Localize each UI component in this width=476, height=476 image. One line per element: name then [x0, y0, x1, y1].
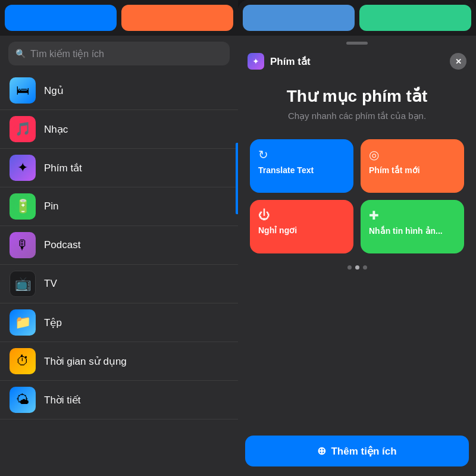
app-name-tep: Tệp — [44, 317, 62, 329]
close-button[interactable]: ✕ — [450, 53, 466, 70]
app-item-tep[interactable]: 📁Tệp — [0, 303, 238, 342]
shortcut-tile-nhan-tin[interactable]: ✚Nhắn tin hình ản... — [361, 200, 464, 253]
app-name-tv: TV — [44, 278, 57, 290]
top-cards-right — [238, 0, 476, 36]
modal-header: ✦ Phím tắt ✕ — [238, 45, 476, 74]
tile-icon-nhan-tin: ✚ — [369, 208, 456, 223]
search-placeholder: Tìm kiếm tiện ích — [30, 48, 104, 60]
top-card-orange — [121, 5, 233, 31]
app-name-nhac: Nhạc — [44, 123, 68, 136]
side-indicator — [236, 143, 238, 214]
app-name-thoi-gian-su-dung: Thời gian sử dụng — [44, 355, 127, 368]
app-icon-ngu: 🛏 — [10, 77, 36, 104]
tile-label-nhan-tin: Nhắn tin hình ản... — [369, 226, 456, 236]
app-item-thoi-tiet[interactable]: 🌤Thời tiết — [0, 381, 238, 419]
app-name-phim-tat: Phím tắt — [44, 162, 82, 174]
right-panel: ✦ Phím tắt ✕ Thư mục phím tắt Chạy nhanh… — [238, 0, 476, 476]
shortcuts-icon-symbol: ✦ — [252, 57, 259, 66]
modal-content: Thư mục phím tắt Chạy nhanh các phím tắt… — [238, 74, 476, 436]
shortcuts-app-icon: ✦ — [248, 53, 264, 70]
app-icon-phim-tat: ✦ — [10, 155, 36, 181]
app-item-tv[interactable]: 📺TV — [0, 265, 238, 303]
app-icon-tep: 📁 — [10, 309, 36, 336]
tile-icon-translate: ↻ — [258, 148, 345, 162]
app-item-podcast[interactable]: 🎙Podcast — [0, 226, 238, 265]
add-widget-icon: ⊕ — [317, 444, 326, 458]
right-top-card-teal — [359, 5, 471, 31]
app-icon-thoi-gian-su-dung: ⏱ — [10, 348, 36, 374]
pagination-dots — [248, 265, 466, 270]
modal-title: Phím tắt — [270, 55, 444, 68]
shortcut-tile-new-shortcut[interactable]: ◎Phím tắt mới — [361, 139, 464, 193]
app-list: 🛏Ngủ🎵Nhạc✦Phím tắt🔋Pin🎙Podcast📺TV📁Tệp⏱Th… — [0, 71, 238, 476]
add-widget-label: Thêm tiện ích — [331, 445, 396, 458]
left-panel: 🔍 Tìm kiếm tiện ích 🛏Ngủ🎵Nhạc✦Phím tắt🔋P… — [0, 0, 238, 476]
app-name-pin: Pin — [44, 201, 59, 212]
app-icon-podcast: 🎙 — [10, 232, 36, 258]
app-item-nhac[interactable]: 🎵Nhạc — [0, 110, 238, 149]
app-name-thoi-tiet: Thời tiết — [44, 394, 81, 406]
pagination-dot-0 — [347, 265, 352, 270]
app-name-ngu: Ngủ — [44, 84, 64, 97]
tile-label-nghi-ngoi: Nghỉ ngơi — [258, 226, 345, 236]
tile-label-translate: Translate Text — [258, 165, 345, 176]
app-item-ngu[interactable]: 🛏Ngủ — [0, 71, 238, 110]
add-widget-button[interactable]: ⊕ Thêm tiện ích — [245, 436, 469, 466]
top-cards-left — [0, 0, 238, 36]
app-item-thoi-gian-su-dung[interactable]: ⏱Thời gian sử dụng — [0, 342, 238, 381]
shortcut-tile-nghi-ngoi[interactable]: ⏻Nghỉ ngơi — [250, 200, 353, 253]
pagination-dot-2 — [363, 265, 367, 270]
search-icon: 🔍 — [15, 49, 26, 58]
top-card-blue — [5, 5, 117, 31]
tile-icon-new-shortcut: ◎ — [369, 148, 456, 162]
folder-title: Thư mục phím tắt — [248, 86, 466, 106]
app-icon-tv: 📺 — [10, 271, 36, 297]
shortcuts-grid: ↻Translate Text◎Phím tắt mới⏻Nghỉ ngơi✚N… — [248, 139, 466, 253]
right-top-card-blue — [243, 5, 355, 31]
app-item-phim-tat[interactable]: ✦Phím tắt — [0, 149, 238, 187]
app-icon-thoi-tiet: 🌤 — [10, 387, 36, 413]
search-bar[interactable]: 🔍 Tìm kiếm tiện ích — [8, 42, 230, 65]
pagination-dot-1 — [355, 265, 359, 270]
app-icon-pin: 🔋 — [10, 193, 36, 220]
shortcut-tile-translate[interactable]: ↻Translate Text — [250, 139, 353, 193]
tile-icon-nghi-ngoi: ⏻ — [258, 208, 345, 222]
app-item-pin[interactable]: 🔋Pin — [0, 187, 238, 226]
tile-label-new-shortcut: Phím tắt mới — [369, 165, 456, 176]
app-name-podcast: Podcast — [44, 239, 80, 251]
app-icon-nhac: 🎵 — [10, 116, 36, 142]
folder-subtitle: Chạy nhanh các phím tắt của bạn. — [248, 111, 466, 121]
